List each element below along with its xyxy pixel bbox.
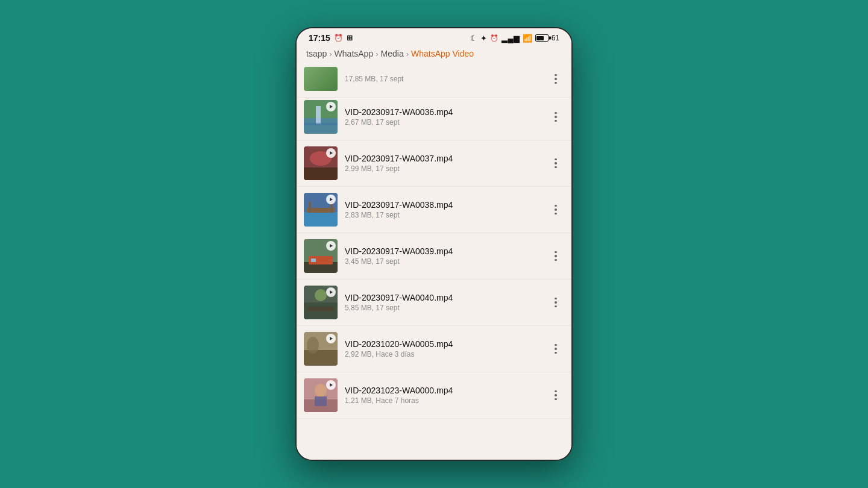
list-item: VID-20230917-WA0040.mp4 5,85 MB, 17 sept: [297, 280, 571, 326]
list-item: VID-20230917-WA0036.mp4 2,67 MB, 17 sept: [297, 98, 571, 140]
file-name-6: VID-20231023-WA0000.mp4: [345, 386, 540, 395]
list-item: VID-20231023-WA0000.mp4 1,21 MB, Hace 7 …: [297, 372, 571, 419]
more-button-6[interactable]: [547, 387, 564, 404]
alarm2-icon: ⏰: [490, 34, 498, 42]
svg-rect-15: [311, 258, 316, 262]
file-meta-partial: 17,85 MB, 17 sept: [345, 75, 540, 83]
dots-icon-2: [555, 205, 557, 215]
battery-fill: [536, 36, 544, 40]
svg-rect-8: [304, 212, 338, 227]
more-button-partial[interactable]: [547, 70, 564, 87]
svg-point-22: [307, 337, 319, 354]
file-meta-0: 2,67 MB, 17 sept: [345, 118, 540, 127]
dots-icon-1: [555, 158, 557, 169]
svg-rect-18: [307, 307, 335, 311]
breadcrumb-media[interactable]: Media: [381, 49, 404, 58]
breadcrumb-whatsapp[interactable]: WhatsApp: [335, 49, 374, 58]
thumbnail-wrap-3: [304, 239, 338, 273]
thumbnail-wrap-4: [304, 286, 338, 319]
more-button-0[interactable]: [547, 108, 564, 125]
play-badge-3: [326, 241, 336, 251]
dots-icon-0: [555, 112, 557, 122]
thumbnail-wrap-1: [304, 146, 338, 180]
dots-icon-6: [555, 390, 557, 401]
signal-bars-icon: ▂▄▆: [502, 34, 519, 43]
file-info-3: VID-20230917-WA0039.mp4 3,45 MB, 17 sept: [345, 246, 540, 266]
play-badge-2: [326, 195, 336, 204]
breadcrumb-arrow-2: ›: [376, 49, 378, 58]
play-badge-0: [326, 102, 336, 111]
play-badge-5: [326, 334, 336, 343]
file-meta-2: 2,83 MB, 17 sept: [345, 211, 540, 219]
file-items-container: VID-20230917-WA0036.mp4 2,67 MB, 17 sept: [297, 98, 571, 419]
dots-icon-4: [555, 298, 557, 308]
more-button-5[interactable]: [547, 340, 564, 357]
more-button-1[interactable]: [547, 155, 564, 172]
list-item: VID-20230917-WA0038.mp4 2,83 MB, 17 sept: [297, 187, 571, 233]
play-icon-5: [330, 337, 333, 340]
file-meta-6: 1,21 MB, Hace 7 horas: [345, 396, 540, 405]
partial-size: 17,85 MB: [345, 75, 376, 83]
file-name-1: VID-20230917-WA0037.mp4: [345, 154, 540, 163]
list-item: VID-20231020-WA0005.mp4 2,92 MB, Hace 3 …: [297, 326, 571, 372]
play-icon-0: [330, 105, 333, 108]
battery-icon: [535, 34, 549, 42]
file-meta-4: 5,85 MB, 17 sept: [345, 304, 540, 312]
file-info-0: VID-20230917-WA0036.mp4 2,67 MB, 17 sept: [345, 107, 540, 127]
wifi-icon: 📶: [523, 34, 532, 43]
more-button-4[interactable]: [547, 294, 564, 311]
thumbnail-partial: [304, 67, 338, 91]
list-item: VID-20230917-WA0039.mp4 3,45 MB, 17 sept: [297, 233, 571, 280]
play-icon-6: [330, 383, 333, 387]
time-display: 17:15: [309, 33, 330, 43]
play-icon-1: [330, 151, 333, 155]
play-icon-2: [330, 198, 333, 201]
status-icons: ☾ ✦ ⏰ ▂▄▆ 📶 61: [470, 34, 559, 43]
file-name-4: VID-20230917-WA0040.mp4: [345, 293, 540, 302]
dots-icon-5: [555, 344, 557, 354]
play-icon-3: [330, 244, 333, 248]
file-meta-3: 3,45 MB, 17 sept: [345, 257, 540, 266]
svg-rect-5: [304, 167, 338, 180]
play-badge-4: [326, 287, 336, 297]
teams-icon: ⊞: [347, 34, 353, 42]
file-meta-1: 2,99 MB, 17 sept: [345, 164, 540, 173]
bluetooth-icon: ✦: [480, 34, 487, 43]
svg-rect-26: [315, 396, 327, 406]
file-info-6: VID-20231023-WA0000.mp4 1,21 MB, Hace 7 …: [345, 386, 540, 405]
status-bar: 17:15 ⏰ ⊞ ☾ ✦ ⏰ ▂▄▆ 📶 61: [297, 28, 571, 45]
svg-point-19: [315, 289, 327, 301]
svg-rect-10: [309, 202, 311, 213]
file-list: 17,85 MB, 17 sept: [297, 64, 571, 460]
phone-frame: 17:15 ⏰ ⊞ ☾ ✦ ⏰ ▂▄▆ 📶 61 tsapp › WhatsAp…: [295, 27, 573, 461]
more-button-2[interactable]: [547, 201, 564, 218]
status-time: 17:15 ⏰ ⊞: [309, 33, 353, 43]
svg-rect-3: [304, 123, 338, 125]
battery-percent: 61: [552, 34, 559, 42]
list-item-partial: 17,85 MB, 17 sept: [297, 64, 571, 98]
file-info-1: VID-20230917-WA0037.mp4 2,99 MB, 17 sept: [345, 154, 540, 173]
play-badge-1: [326, 148, 336, 158]
breadcrumb-whatsapp-video[interactable]: WhatsApp Video: [411, 49, 474, 58]
thumbnail-wrap-0: [304, 100, 338, 134]
svg-point-25: [315, 384, 327, 397]
breadcrumb-bar: tsapp › WhatsApp › Media › WhatsApp Vide…: [297, 45, 571, 64]
file-name-0: VID-20230917-WA0036.mp4: [345, 107, 540, 117]
svg-rect-21: [304, 350, 338, 366]
dots-icon-partial: [555, 74, 557, 84]
list-item: VID-20230917-WA0037.mp4 2,99 MB, 17 sept: [297, 140, 571, 187]
moon-icon: ☾: [470, 34, 477, 43]
play-icon-4: [330, 290, 333, 294]
file-name-5: VID-20231020-WA0005.mp4: [345, 339, 540, 349]
file-info-partial: 17,85 MB, 17 sept: [345, 75, 540, 83]
breadcrumb-arrow-3: ›: [406, 49, 409, 58]
dots-icon-3: [555, 251, 557, 261]
file-name-2: VID-20230917-WA0038.mp4: [345, 200, 540, 210]
file-name-3: VID-20230917-WA0039.mp4: [345, 246, 540, 256]
breadcrumb-whatsapp-root[interactable]: tsapp: [306, 49, 327, 58]
file-info-5: VID-20231020-WA0005.mp4 2,92 MB, Hace 3 …: [345, 339, 540, 358]
more-button-3[interactable]: [547, 248, 564, 264]
file-info-4: VID-20230917-WA0040.mp4 5,85 MB, 17 sept: [345, 293, 540, 312]
alarm-icon: ⏰: [334, 34, 343, 42]
thumbnail-wrap-2: [304, 193, 338, 227]
